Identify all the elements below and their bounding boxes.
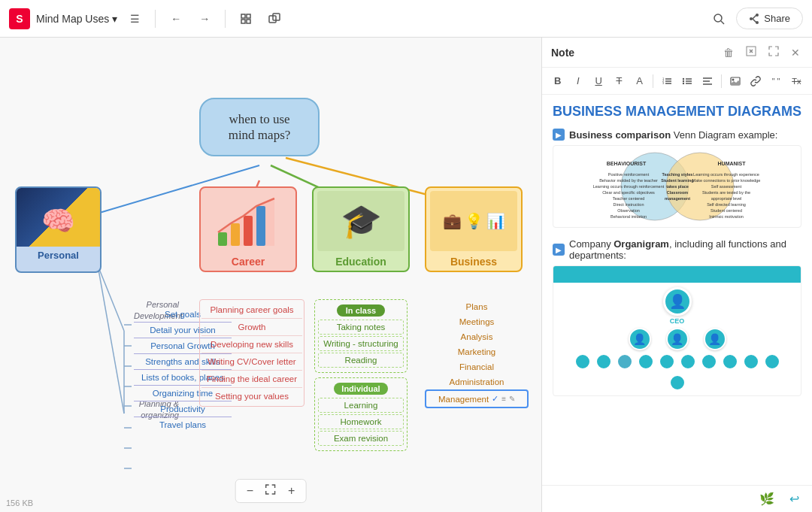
note-content-area[interactable]: BUSINESS MANAGEMENT DIAGRAMS ▶ Business …: [542, 95, 812, 485]
svg-text:Teacher centered: Teacher centered: [612, 196, 644, 201]
copy-frame-button[interactable]: [263, 8, 286, 30]
list-item: Writing - structuring: [318, 336, 404, 351]
central-node: when to use mind maps?: [199, 98, 320, 156]
section1-rest: Venn Diagram example:: [671, 129, 777, 141]
svg-text:Direct instruction: Direct instruction: [613, 202, 644, 207]
education-branch-node: 🎓 Education: [312, 186, 410, 272]
svg-point-43: [683, 82, 684, 83]
share-button[interactable]: Share: [736, 8, 803, 29]
list-item: Taking notes: [318, 320, 404, 335]
document-title[interactable]: Mind Map Uses ▾: [36, 13, 117, 25]
ceo-node: 👤: [663, 287, 692, 316]
svg-text:appropriate level: appropriate level: [710, 196, 741, 201]
minimize-note-button[interactable]: [743, 44, 759, 60]
l3-node: [659, 353, 675, 370]
separator: [155, 10, 156, 28]
svg-text:Intrinsic motivation: Intrinsic motivation: [709, 214, 744, 219]
svg-point-42: [683, 80, 684, 81]
ceo-label: CEO: [670, 317, 685, 325]
fit-button[interactable]: [262, 483, 279, 499]
undo-button[interactable]: ←: [165, 8, 187, 30]
svg-text:Make connections to prior know: Make connections to prior knowledge: [692, 178, 760, 183]
svg-text:Students are tested by the: Students are tested by the: [701, 190, 750, 195]
education-label: Education: [314, 253, 408, 271]
search-button[interactable]: [707, 8, 730, 30]
svg-text:Student centered: Student centered: [710, 208, 742, 213]
education-items-list: In class Taking notes Writing - structur…: [314, 299, 408, 451]
strikethrough-button[interactable]: T: [610, 71, 629, 91]
underline-button[interactable]: U: [589, 71, 608, 91]
list-item: Growth: [201, 319, 302, 336]
svg-rect-3: [247, 20, 250, 23]
l3-node: [722, 353, 738, 370]
svg-text:Teaching styles: Teaching styles: [662, 172, 692, 177]
l3-node: [764, 353, 780, 370]
file-size-label: 156 KB: [6, 498, 33, 507]
note-section2-header: ▶ Company Organigram, including all func…: [553, 238, 801, 261]
image-button[interactable]: [726, 71, 744, 91]
svg-text:Clear and specific objectives: Clear and specific objectives: [602, 190, 655, 195]
list-item: Writing CV/Cover letter: [201, 353, 302, 371]
add-note-button[interactable]: 🌿: [756, 489, 777, 510]
list-item: Homework: [318, 414, 404, 429]
redo-button[interactable]: →: [193, 8, 216, 30]
note-panel: Note 🗑 ✕ B I U T A 123: [541, 38, 812, 512]
confirm-note-button[interactable]: ↩: [783, 489, 804, 510]
list-item: Setting your values: [201, 388, 302, 404]
separator: [721, 74, 722, 88]
list-item: Administration: [425, 374, 529, 389]
chevron-down-icon: ▾: [112, 13, 117, 25]
unordered-list-button[interactable]: [677, 71, 696, 91]
expand-note-button[interactable]: [765, 44, 782, 60]
svg-text:BEHAVIOURIST: BEHAVIOURIST: [606, 161, 646, 166]
bold-button[interactable]: B: [548, 71, 567, 91]
zoom-in-button[interactable]: +: [285, 483, 298, 499]
svg-rect-1: [247, 14, 250, 18]
l3-node: [617, 353, 633, 370]
align-button[interactable]: [698, 71, 717, 91]
career-items-list: Planning career goals Growth Developing …: [199, 299, 304, 407]
svg-line-15: [98, 265, 124, 331]
svg-text:Student learning: Student learning: [661, 178, 693, 183]
edit-icon: ✎: [509, 395, 515, 403]
management-item[interactable]: Management ✓ ≡ ✎: [425, 389, 529, 408]
italic-button[interactable]: I: [568, 71, 587, 91]
delete-note-button[interactable]: 🗑: [720, 45, 737, 60]
svg-text:Classroom: Classroom: [666, 190, 688, 195]
personal-label: Personal: [17, 247, 100, 264]
check-icon: ✓: [492, 394, 498, 404]
education-badge-inclass: In class: [337, 304, 385, 317]
svg-text:takes place: takes place: [666, 184, 689, 189]
main-content: when to use mind maps? 🧠 Personal: [0, 38, 812, 512]
svg-marker-30: [218, 198, 274, 246]
clear-format-button[interactable]: Tx: [787, 71, 806, 91]
zoom-out-button[interactable]: −: [244, 483, 256, 499]
l3-node: [743, 353, 759, 370]
l2-node: 👤: [666, 328, 689, 350]
section2-bold: Organigram: [614, 238, 669, 250]
hamburger-menu-button[interactable]: ☰: [123, 8, 146, 30]
education-badge-individual: Individual: [334, 383, 387, 395]
separator: [653, 74, 653, 88]
note-main-title: BUSINESS MANAGEMENT DIAGRAMS: [553, 104, 801, 120]
svg-point-41: [683, 77, 684, 79]
l3-node: [701, 353, 717, 370]
svg-text:HUMANIST: HUMANIST: [717, 161, 746, 166]
font-color-button[interactable]: A: [630, 71, 649, 91]
canvas-controls: − +: [235, 479, 307, 503]
frame-button[interactable]: [235, 8, 257, 30]
link-button[interactable]: [746, 71, 765, 91]
close-note-button[interactable]: ✕: [788, 45, 803, 60]
svg-text:Learning occurs through reinfo: Learning occurs through reinforcement: [592, 184, 664, 189]
canvas-area[interactable]: when to use mind maps? 🧠 Personal: [0, 38, 541, 512]
svg-point-48: [732, 78, 734, 80]
quote-button[interactable]: " ": [766, 71, 785, 91]
list-item: Meetings: [425, 314, 529, 329]
ordered-list-button[interactable]: 123: [657, 71, 676, 91]
business-branch-node: 💼 💡 📊 Business: [425, 186, 523, 272]
list-item: Plans: [425, 299, 529, 314]
organigram-body: 👤 CEO 👤 👤 👤: [553, 283, 801, 395]
list-item: Reading: [318, 353, 404, 368]
list-item: Financial: [425, 359, 529, 374]
list-item: Developing new skills: [201, 336, 302, 353]
